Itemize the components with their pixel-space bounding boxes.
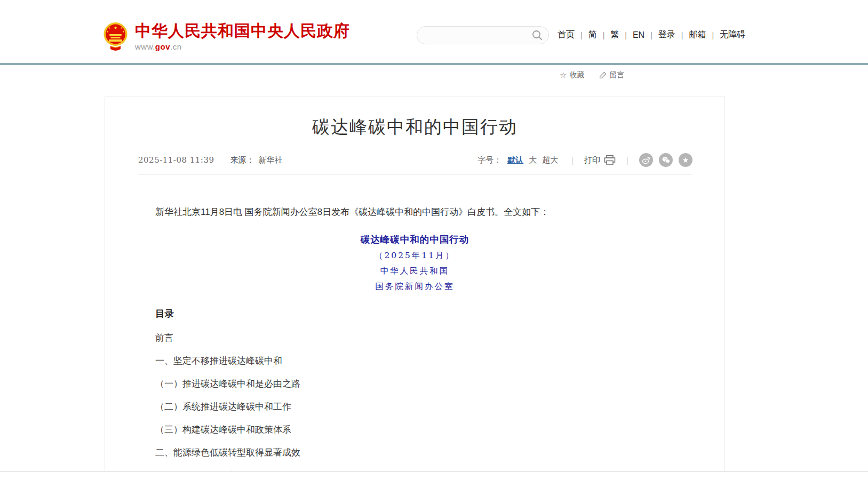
toc-item-preface: 前言 [155, 333, 674, 343]
toc-item-1-3: （三）构建碳达峰碳中和政策体系 [155, 425, 674, 435]
meta-separator: | [571, 156, 574, 165]
article-meta-right: 字号： 默认 大 超大 | 打印 | [477, 153, 692, 167]
share-more-button[interactable] [679, 153, 692, 167]
page-actions: ☆ 收藏 留言 [560, 70, 624, 80]
source-label: 来源： [230, 155, 254, 165]
article-meta-bar: 2025-11-08 11:39 来源： 新华社 字号： 默认 大 超大 | 打… [138, 153, 692, 175]
nav-home[interactable]: 首页 [558, 29, 575, 41]
document-heading-block: 碳达峰碳中和的中国行动 （2025年11月） 中华人民共和国 国务院新闻办公室 [155, 233, 674, 292]
comment-button[interactable]: 留言 [599, 70, 624, 80]
share-wechat-button[interactable] [659, 153, 673, 167]
print-label: 打印 [584, 155, 600, 165]
nav-separator: | [625, 31, 627, 39]
font-size-xlarge[interactable]: 超大 [542, 155, 558, 165]
window-bottom-edge [0, 471, 868, 471]
font-size-default[interactable]: 默认 [507, 155, 523, 165]
svg-text:★: ★ [108, 26, 111, 29]
document-author-line1: 中华人民共和国 [155, 266, 674, 277]
share-star-icon [681, 156, 690, 164]
article-container: 碳达峰碳中和的中国行动 2025-11-08 11:39 来源： 新华社 字号：… [105, 97, 725, 471]
font-size-label: 字号： [477, 155, 501, 165]
nav-separator: | [712, 31, 714, 39]
source-value[interactable]: 新华社 [258, 155, 282, 165]
share-weibo-button[interactable] [639, 153, 653, 167]
search-box[interactable] [417, 26, 549, 44]
site-url: www.gov.cn [135, 42, 350, 51]
font-size-large[interactable]: 大 [529, 155, 537, 165]
toc-item-2: 二、能源绿色低碳转型取得显著成效 [155, 448, 674, 458]
nav-separator: | [603, 31, 605, 39]
search-button[interactable] [531, 29, 543, 41]
nav-login[interactable]: 登录 [658, 29, 675, 41]
top-navigation: 首页| 简| 繁| EN| 登录| 邮箱| 无障碍 [558, 29, 745, 41]
publish-date: 2025-11-08 11:39 [138, 155, 214, 165]
national-emblem-icon: ★ ★ ★ ★ ★ [103, 21, 128, 51]
site-title: 中华人民共和国中央人民政府 [135, 22, 350, 39]
share-icons [639, 153, 692, 167]
document-title: 碳达峰碳中和的中国行动 [155, 233, 674, 246]
nav-traditional[interactable]: 繁 [610, 29, 619, 41]
article-body: 新华社北京11月8日电 国务院新闻办公室8日发布《碳达峰碳中和的中国行动》白皮书… [105, 205, 724, 471]
nav-accessibility[interactable]: 无障碍 [720, 29, 745, 41]
svg-text:★: ★ [121, 26, 123, 29]
toc-item-1-1: （一）推进碳达峰碳中和是必由之路 [155, 379, 674, 389]
meta-separator: | [626, 156, 628, 165]
search-icon [531, 29, 543, 41]
intro-paragraph: 新华社北京11月8日电 国务院新闻办公室8日发布《碳达峰碳中和的中国行动》白皮书… [155, 205, 674, 219]
printer-icon [604, 155, 616, 165]
weibo-icon [642, 156, 651, 165]
nav-simplified[interactable]: 简 [588, 29, 597, 41]
document-date: （2025年11月） [155, 250, 674, 261]
nav-english[interactable]: EN [633, 30, 644, 40]
svg-text:★: ★ [114, 26, 117, 30]
star-outline-icon: ☆ [560, 70, 567, 80]
svg-text:★: ★ [122, 30, 125, 33]
svg-text:★: ★ [106, 30, 109, 33]
toc-heading: 目录 [155, 307, 674, 320]
toc-item-1: 一、坚定不移推进碳达峰碳中和 [155, 356, 674, 366]
site-logo[interactable]: ★ ★ ★ ★ ★ 中华人民共和国中央人民政府 www.gov.cn [103, 21, 350, 51]
favorite-label: 收藏 [569, 70, 584, 80]
favorite-button[interactable]: ☆ 收藏 [560, 70, 584, 80]
print-button[interactable]: 打印 [584, 155, 616, 165]
document-author-line2: 国务院新闻办公室 [155, 281, 674, 292]
nav-separator: | [681, 31, 683, 39]
article-title: 碳达峰碳中和的中国行动 [105, 115, 724, 139]
nav-mail[interactable]: 邮箱 [689, 29, 706, 41]
header-divider-rule [0, 63, 868, 65]
article-meta-left: 2025-11-08 11:39 来源： 新华社 [138, 155, 282, 165]
nav-separator: | [650, 31, 652, 39]
site-header: ★ ★ ★ ★ ★ 中华人民共和国中央人民政府 www.gov.cn 首页| 简… [0, 0, 868, 63]
nav-separator: | [580, 31, 583, 39]
comment-label: 留言 [609, 70, 624, 80]
wechat-icon [662, 156, 671, 165]
search-input[interactable] [426, 31, 531, 39]
toc-item-1-2: （二）系统推进碳达峰碳中和工作 [155, 402, 674, 412]
pencil-icon [599, 71, 607, 79]
